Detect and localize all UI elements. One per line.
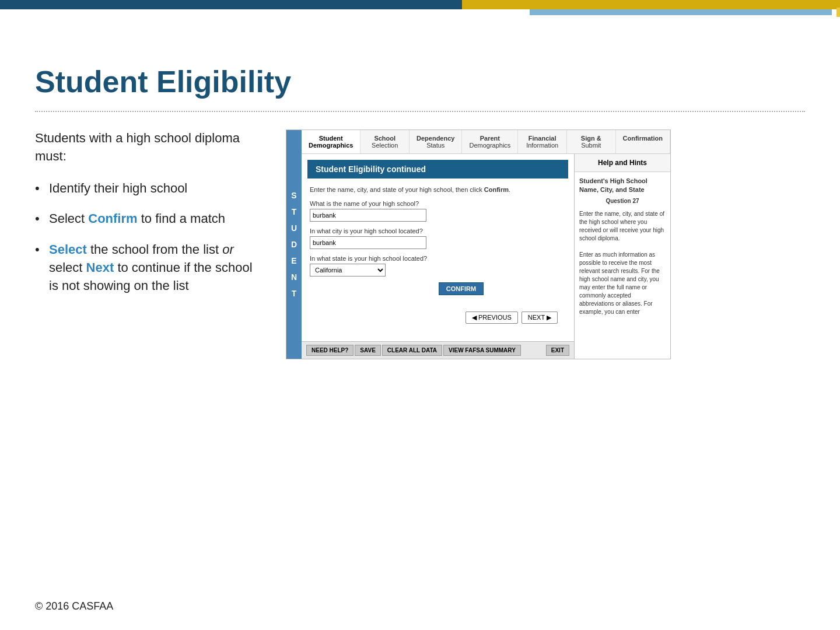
tab-student-demographics[interactable]: Student Demographics	[302, 130, 360, 153]
tab-label-2b: Selection	[372, 142, 398, 149]
tab-label-6b: Submit	[581, 142, 601, 149]
q3-label: In what state is your high school locate…	[310, 255, 566, 262]
tab-label-6a: Sign &	[574, 135, 608, 142]
fafsa-nav: Student Demographics School Selection De…	[302, 130, 670, 154]
section-header: Student Eligibility continued	[307, 160, 568, 178]
strip-gold-thick	[462, 0, 840, 9]
help-header: Help and Hints	[575, 154, 670, 172]
help-question-num: Question 27	[579, 197, 666, 205]
confirm-button[interactable]: CONFIRM	[439, 282, 484, 295]
next-button[interactable]: NEXT ▶	[522, 312, 558, 324]
fafsa-app: S T U D E N T Student Demographics	[286, 130, 671, 359]
tab-label-4a: Parent	[469, 135, 510, 142]
list-item-2: Select Confirm to find a match	[35, 210, 257, 228]
main-layout: Students with a high school diploma must…	[35, 130, 805, 359]
q1-input[interactable]	[310, 209, 426, 222]
bullet-list: Identify their high school Select Confir…	[35, 180, 257, 295]
fafsa-main-area: Student Demographics School Selection De…	[302, 130, 670, 359]
tab-label-4b: Demographics	[469, 142, 510, 149]
tab-sign-submit[interactable]: Sign & Submit	[567, 130, 616, 153]
q3-row: California	[310, 264, 566, 276]
list-item-1: Identify their high school	[35, 180, 257, 198]
tab-label-3a: Dependency	[416, 135, 454, 142]
previous-button[interactable]: ◀ PREVIOUS	[466, 312, 518, 324]
fafsa-sidebar: S T U D E N T	[286, 130, 302, 359]
strip-gold-thin	[836, 8, 840, 17]
fafsa-form: Enter the name, city, and state of your …	[302, 178, 574, 341]
divider	[35, 111, 805, 112]
confirm-row: CONFIRM	[321, 282, 566, 302]
form-area: Student Eligibility continued Enter the …	[302, 154, 574, 359]
tab-label-5b: Information	[526, 142, 558, 149]
tab-label-5a: Financial	[525, 135, 559, 142]
form-desc-bold: Confirm	[484, 186, 509, 193]
help-panel: Help and Hints Student's High School Nam…	[574, 154, 670, 359]
bullet-suffix-2: to find a match	[138, 211, 225, 226]
tab-dependency-status[interactable]: Dependency Status	[410, 130, 462, 153]
prev-label: PREVIOUS	[478, 314, 512, 321]
tab-parent-demographics[interactable]: Parent Demographics	[462, 130, 518, 153]
sidebar-letter-e: E	[291, 253, 296, 269]
help-question-title: Student's High School Name, City, and St…	[579, 177, 666, 195]
bullet-text-1: Identify their high school	[49, 181, 187, 195]
bullet-highlight-3b: Next	[86, 260, 114, 275]
content-area: Student Eligibility continued Enter the …	[302, 154, 670, 359]
prev-arrow: ◀	[472, 314, 477, 321]
tab-school-selection[interactable]: School Selection	[360, 130, 410, 153]
sidebar-letter-s: S	[291, 187, 296, 204]
page-footer: © 2016 CASFAA	[35, 600, 113, 612]
next-arrow: ▶	[547, 314, 551, 321]
sidebar-letter-d: D	[291, 236, 297, 253]
sidebar-letter-t: T	[292, 285, 297, 302]
strip-blue-light	[530, 9, 832, 15]
q2-input[interactable]	[310, 236, 426, 249]
fafsa-mockup: S T U D E N T Student Demographics	[286, 130, 805, 359]
bullet-highlight-2: Confirm	[88, 211, 137, 226]
strip-blue-dark	[0, 0, 462, 9]
q2-label: In what city is your high school located…	[310, 228, 566, 235]
tab-label-1a: Student	[309, 135, 353, 142]
intro-text: Students with a high school diploma must…	[35, 130, 257, 166]
help-content: Student's High School Name, City, and St…	[575, 172, 670, 359]
nav-buttons-row: ◀ PREVIOUS NEXT ▶	[310, 308, 566, 327]
state-select[interactable]: California	[310, 264, 386, 276]
tab-label-2a: School	[368, 135, 402, 142]
top-decoration	[0, 0, 840, 15]
tab-label-3b: Status	[426, 142, 444, 149]
tab-label-1b: Demographics	[309, 142, 353, 149]
sidebar-letter-t: T	[292, 204, 297, 220]
bullet-prefix-2: Select	[49, 211, 88, 226]
need-help-button[interactable]: NEED HELP?	[306, 345, 354, 356]
left-content: Students with a high school diploma must…	[35, 130, 257, 308]
tab-label-7: Confirmation	[623, 135, 663, 142]
save-button[interactable]: SAVE	[355, 345, 381, 356]
exit-button[interactable]: EXIT	[546, 345, 569, 356]
help-body: Enter the name, city, and state of the h…	[579, 210, 666, 316]
sidebar-letter-u: U	[291, 220, 297, 236]
form-desc-text: Enter the name, city, and state of your …	[310, 186, 484, 193]
form-desc-end: .	[509, 186, 510, 193]
view-fafsa-button[interactable]: VIEW FAFSA SUMMARY	[443, 345, 521, 356]
page-title: Student Eligibility	[35, 64, 805, 99]
sidebar-letter-n: N	[291, 269, 297, 285]
list-item-3: Select the school from the list or selec…	[35, 241, 257, 295]
bullet-highlight-3a: Select	[49, 242, 87, 257]
bottom-bar: NEED HELP? SAVE CLEAR ALL DATA VIEW FAFS…	[302, 341, 574, 359]
tab-confirmation[interactable]: Confirmation	[616, 130, 670, 153]
form-description: Enter the name, city, and state of your …	[310, 186, 566, 194]
clear-all-button[interactable]: CLEAR ALL DATA	[382, 345, 442, 356]
q1-label: What is the name of your high school?	[310, 200, 566, 207]
tab-financial-info[interactable]: Financial Information	[518, 130, 567, 153]
next-label: NEXT	[528, 314, 545, 321]
